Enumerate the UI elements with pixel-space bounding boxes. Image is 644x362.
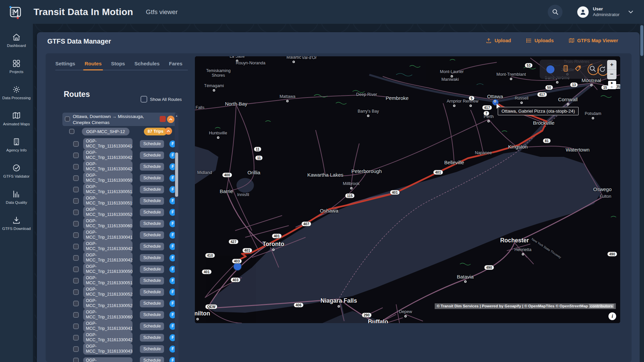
- schedule-button[interactable]: Schedule: [140, 277, 164, 285]
- trip-id-pill[interactable]: OGP-MCC_Trip_31161330043025: [83, 343, 132, 355]
- sidebar-item-gtfs-validator[interactable]: GTFS Validator: [0, 158, 33, 184]
- route-checkbox[interactable]: [65, 116, 70, 122]
- trip-checkbox[interactable]: [73, 266, 79, 272]
- schedule-button[interactable]: Schedule: [140, 334, 164, 342]
- tab-routes[interactable]: Routes: [85, 61, 102, 70]
- trip-checkbox[interactable]: [73, 255, 79, 261]
- trip-checkbox[interactable]: [73, 301, 79, 306]
- gtfs-map[interactable]: La SalleRouyn-NorandaMalarticVal-d'OrTem…: [195, 56, 620, 323]
- sidebar-item-data-processing[interactable]: Data Processing: [0, 79, 33, 106]
- trip-checkbox[interactable]: [73, 312, 79, 318]
- trip-id-pill[interactable]: OGP-MCC_Trip_11161330042825: [83, 161, 132, 172]
- scrollbar-thumb[interactable]: [175, 153, 178, 197]
- trip-id-pill[interactable]: OGP-MCC_Trip_11161330052625: [83, 206, 132, 218]
- trip-checkbox[interactable]: [73, 346, 79, 352]
- user-avatar[interactable]: [577, 6, 589, 18]
- sidebar-item-dashboard[interactable]: Dashboard: [0, 27, 33, 53]
- schedule-button[interactable]: Schedule: [140, 163, 164, 171]
- schedule-button[interactable]: Schedule: [140, 208, 164, 216]
- sidebar-item-projects[interactable]: Projects: [0, 53, 33, 79]
- trip-id-pill[interactable]: OGP-MCC_Trip_11161330051225: [83, 184, 132, 195]
- schedule-button[interactable]: Schedule: [140, 265, 164, 273]
- trip-checkbox[interactable]: [73, 335, 79, 341]
- zoom-in-button[interactable]: +: [607, 60, 616, 69]
- page-scrollbar-thumb[interactable]: [640, 25, 643, 56]
- tab-fares[interactable]: Fares: [169, 61, 182, 70]
- schedule-button[interactable]: Schedule: [140, 220, 164, 228]
- trip-id-pill[interactable]: OGP-MCC_Trip_21161330052725: [83, 298, 132, 309]
- sidebar-item-gtfs-download[interactable]: GTFS Download: [0, 210, 33, 236]
- schedule-button[interactable]: Schedule: [140, 140, 164, 148]
- schedule-button[interactable]: Schedule: [140, 174, 164, 182]
- schedule-button[interactable]: Schedule: [140, 152, 164, 159]
- trip-id-pill[interactable]: OGP-MCC_Trip_21161330052025: [83, 286, 132, 298]
- schedule-button[interactable]: Schedule: [140, 311, 164, 319]
- trip-checkbox[interactable]: [73, 358, 79, 362]
- trip-id-pill[interactable]: OGP-MCC_Trip_21161330050625: [83, 263, 132, 275]
- shape-collapse-button[interactable]: [165, 127, 172, 135]
- schedule-button[interactable]: Schedule: [140, 254, 164, 262]
- trip-id-pill[interactable]: OGP-MCC_Trip_21161330051325: [83, 275, 132, 286]
- trip-checkbox[interactable]: [73, 164, 79, 170]
- user-info[interactable]: User Administrator: [593, 6, 620, 18]
- play-button[interactable]: ▶ ▶: [608, 81, 616, 89]
- trip-checkbox[interactable]: [73, 278, 79, 284]
- trip-checkbox[interactable]: [73, 153, 79, 158]
- trip-checkbox[interactable]: [73, 187, 79, 192]
- trip-id-pill[interactable]: OGP-: [83, 357, 132, 362]
- schedule-button[interactable]: Schedule: [140, 300, 164, 307]
- show-all-routes-checkbox[interactable]: [141, 96, 147, 103]
- schedule-button[interactable]: Schedule: [140, 231, 164, 239]
- schedule-button[interactable]: Schedule: [140, 322, 164, 330]
- schedule-button[interactable]: Schedule: [140, 243, 164, 250]
- trip-id-pill[interactable]: OGP-MCC_Trip_11161330042125: [83, 149, 132, 161]
- zoom-out-button[interactable]: −: [607, 70, 616, 79]
- user-menu-button[interactable]: [628, 9, 633, 15]
- trip-id-pill[interactable]: OGP-MCC_Trip_11161330051925: [83, 195, 132, 206]
- trip-checkbox[interactable]: [73, 221, 79, 227]
- trip-checkbox[interactable]: [73, 289, 79, 295]
- page-scrollbar[interactable]: [640, 24, 644, 362]
- trip-id-pill[interactable]: OGP-MCC_Trip_11161330060225: [83, 218, 132, 229]
- schedule-button[interactable]: Schedule: [140, 357, 164, 362]
- route-group-row[interactable]: Ottawa, Downtown → Mississauga, Cineplex…: [62, 113, 177, 126]
- schedule-button[interactable]: Schedule: [140, 288, 164, 296]
- sidebar-item-agency-info[interactable]: Agency Info: [0, 132, 33, 158]
- shape-checkbox[interactable]: [69, 129, 74, 134]
- tab-settings[interactable]: Settings: [55, 61, 75, 70]
- trip-id-pill[interactable]: OGP-MCC_Trip_21161330042225: [83, 241, 132, 252]
- trip-id-pill[interactable]: OGP-MCC_Trip_21161330041525: [83, 229, 132, 241]
- trip-id-pill[interactable]: OGP-MCC_Trip_31161330041625: [83, 320, 132, 332]
- trip-checkbox[interactable]: [73, 323, 79, 329]
- trip-id-pill[interactable]: OGP-MCC_Trip_31161330042325: [83, 332, 132, 343]
- schedule-button[interactable]: Schedule: [140, 186, 164, 193]
- upload-button[interactable]: Upload: [486, 38, 511, 44]
- sidebar-item-animated-maps[interactable]: Animated Maps: [0, 106, 33, 132]
- trip-checkbox[interactable]: [73, 175, 79, 181]
- trip-checkbox[interactable]: [73, 244, 79, 249]
- stops-layer-button[interactable]: [562, 64, 569, 72]
- trips-scrollbar[interactable]: ▲: [175, 113, 178, 362]
- uploads-button[interactable]: Uploads: [526, 38, 554, 44]
- scroll-up-arrow[interactable]: ▲: [175, 114, 178, 117]
- layer-toggle-blue-circle[interactable]: [546, 65, 554, 73]
- map-refresh-button[interactable]: [599, 66, 606, 73]
- schedule-button[interactable]: Schedule: [140, 197, 164, 205]
- attribution-info-button[interactable]: i: [608, 312, 616, 320]
- shape-id-pill[interactable]: OGP-MCC_SHP-12: [82, 128, 129, 135]
- trip-checkbox[interactable]: [73, 141, 79, 147]
- sidebar-item-data-quality[interactable]: Data Quality: [0, 184, 33, 210]
- trip-id-pill[interactable]: OGP-MCC_Trip_11161330041425: [83, 138, 132, 149]
- route-collapse-button[interactable]: [167, 116, 174, 123]
- schedule-button[interactable]: Schedule: [140, 345, 164, 353]
- gtfs-map-viewer-button[interactable]: GTFS Map Viewer: [569, 38, 618, 44]
- trip-checkbox[interactable]: [73, 232, 79, 238]
- tab-stops[interactable]: Stops: [111, 61, 125, 70]
- search-button[interactable]: [548, 5, 562, 19]
- trip-id-pill[interactable]: OGP-MCC_Trip_21161330042925: [83, 252, 132, 263]
- tab-schedules[interactable]: Schedules: [135, 61, 160, 70]
- map-search-button[interactable]: [589, 65, 596, 72]
- trip-checkbox[interactable]: [73, 209, 79, 215]
- trip-id-pill[interactable]: OGP-MCC_Trip_11161330050525: [83, 172, 132, 184]
- trip-checkbox[interactable]: [73, 198, 79, 204]
